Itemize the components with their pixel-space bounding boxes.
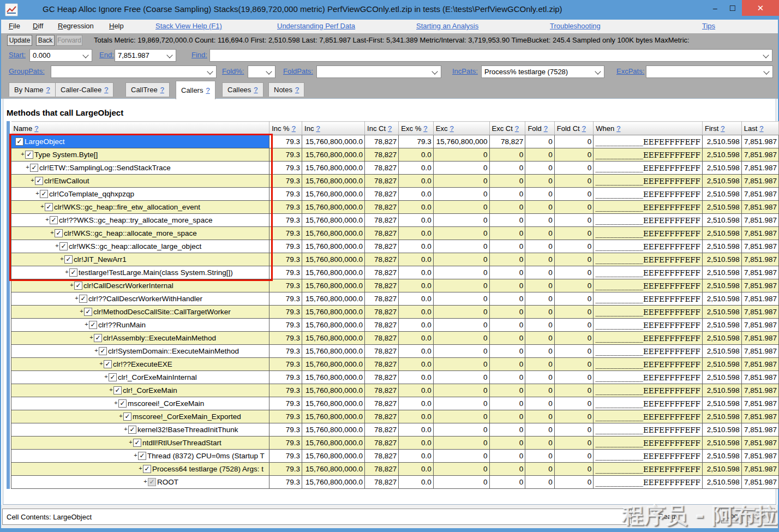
cell-fold-ct[interactable]: 0 bbox=[554, 201, 593, 214]
table-row[interactable]: +✓clr!WKS::gc_heap::allocate_large_objec… bbox=[11, 240, 779, 253]
cell-first[interactable]: 2,510.598 bbox=[703, 476, 742, 489]
row-checkbox[interactable]: ✓ bbox=[109, 373, 117, 381]
update-button[interactable]: Update bbox=[7, 35, 32, 46]
cell-exc-pct[interactable]: 0.0 bbox=[399, 384, 433, 397]
expand-icon[interactable]: + bbox=[74, 295, 79, 301]
cell-last[interactable]: 7,851.987 bbox=[741, 214, 778, 227]
cell-last[interactable]: 7,851.987 bbox=[741, 306, 778, 319]
cell-last[interactable]: 7,851.987 bbox=[741, 476, 778, 489]
cell-when-histogram[interactable]: _____________EEFEFFFFEFF bbox=[594, 371, 703, 384]
chevron-down-icon[interactable] bbox=[432, 68, 438, 74]
cell-first[interactable]: 2,510.598 bbox=[703, 162, 742, 175]
cell-first[interactable]: 2,510.598 bbox=[703, 397, 742, 410]
table-row[interactable]: +✓clr!??ExecuteEXE79.315,760,800,000.078… bbox=[11, 358, 779, 371]
cell-when-histogram[interactable]: _____________EEFEFFFFEFF bbox=[594, 332, 703, 345]
expand-icon[interactable]: + bbox=[40, 203, 45, 210]
cell-inc-ct[interactable]: 78,827 bbox=[365, 227, 399, 240]
cell-inc-pct[interactable]: 79.3 bbox=[269, 345, 302, 358]
cell-exc[interactable]: 0 bbox=[433, 279, 489, 292]
cell-name[interactable]: +✓ntdll!RtlUserThreadStart bbox=[11, 437, 269, 450]
cell-inc-pct[interactable]: 79.3 bbox=[269, 175, 302, 188]
table-row[interactable]: +✓clr!CoTemplate_qqhxpzqp79.315,760,800,… bbox=[11, 188, 779, 201]
find-input[interactable] bbox=[209, 49, 772, 62]
cell-exc[interactable]: 0 bbox=[433, 384, 489, 397]
cell-when-histogram[interactable]: _____________EEFEFFFFEFF bbox=[594, 410, 703, 423]
cell-inc[interactable]: 15,760,800,000.0 bbox=[302, 410, 365, 423]
menu-help-link[interactable]: Tips bbox=[702, 22, 715, 30]
row-checkbox[interactable]: ✓ bbox=[40, 190, 48, 198]
table-row[interactable]: +✓clr!SystemDomain::ExecuteMainMethod79.… bbox=[11, 345, 779, 358]
cell-inc-ct[interactable]: 78,827 bbox=[365, 253, 399, 266]
cell-exc[interactable]: 0 bbox=[433, 292, 489, 306]
expand-icon[interactable]: + bbox=[109, 386, 113, 393]
menu-help-link[interactable]: Understanding Perf Data bbox=[277, 22, 355, 30]
cell-inc-pct[interactable]: 79.3 bbox=[269, 319, 302, 332]
column-header-first[interactable]: First? bbox=[703, 122, 742, 135]
expand-icon[interactable]: + bbox=[143, 478, 148, 485]
cell-when-histogram[interactable]: _____________EEFEFFFFEFF bbox=[594, 162, 703, 175]
cell-name[interactable]: +✓clr!ETW::SamplingLog::SendStackTrace bbox=[11, 162, 269, 175]
cell-inc-ct[interactable]: 78,827 bbox=[365, 148, 399, 162]
cell-fold[interactable]: 0 bbox=[525, 476, 554, 489]
cell-inc[interactable]: 15,760,800,000.0 bbox=[302, 214, 365, 227]
cell-inc-ct[interactable]: 78,827 bbox=[365, 437, 399, 450]
end-input[interactable]: 7,851.987 bbox=[115, 49, 176, 62]
menu-help-link[interactable]: Troubleshooting bbox=[550, 22, 601, 30]
menu-item-file[interactable]: File bbox=[9, 22, 20, 30]
table-row[interactable]: ✓LargeObject79.315,760,800,000.078,82779… bbox=[11, 135, 779, 148]
cell-last[interactable]: 7,851.987 bbox=[741, 437, 778, 450]
cell-exc-ct[interactable]: 0 bbox=[489, 450, 525, 463]
row-checkbox[interactable]: ✓ bbox=[133, 439, 141, 447]
cell-exc-ct[interactable]: 0 bbox=[489, 292, 525, 306]
cell-name[interactable]: +✓clr!SystemDomain::ExecuteMainMethod bbox=[11, 345, 269, 358]
incpats-link[interactable]: IncPats: bbox=[452, 67, 478, 75]
cell-inc-pct[interactable]: 79.3 bbox=[269, 306, 302, 319]
cell-name[interactable]: +✓clr!_CorExeMainInternal bbox=[11, 371, 269, 384]
cell-inc-ct[interactable]: 78,827 bbox=[365, 345, 399, 358]
cell-fold[interactable]: 0 bbox=[525, 332, 554, 345]
cell-last[interactable]: 7,851.987 bbox=[741, 148, 778, 162]
cell-inc-pct[interactable]: 79.3 bbox=[269, 410, 302, 423]
cell-exc[interactable]: 0 bbox=[433, 450, 489, 463]
cell-name[interactable]: +✓Thread (8372) CPU=0ms (Startup T bbox=[11, 450, 269, 463]
back-button[interactable]: Back bbox=[36, 35, 55, 46]
cell-inc-ct[interactable]: 78,827 bbox=[365, 332, 399, 345]
cell-when-histogram[interactable]: _____________EEFEFFFFEFF bbox=[594, 450, 703, 463]
cell-inc-ct[interactable]: 78,827 bbox=[365, 476, 399, 489]
column-header-inc-ct[interactable]: Inc Ct? bbox=[365, 122, 399, 135]
column-help-link[interactable]: ? bbox=[450, 124, 454, 133]
chevron-down-icon[interactable] bbox=[207, 68, 213, 74]
cell-first[interactable]: 2,510.598 bbox=[703, 437, 742, 450]
cell-exc-ct[interactable]: 0 bbox=[489, 371, 525, 384]
cell-when-histogram[interactable]: _____________EEFEFFFFEFF bbox=[594, 135, 703, 148]
cell-name[interactable]: +✓clr!??ExecuteEXE bbox=[11, 358, 269, 371]
cell-exc-ct[interactable]: 0 bbox=[489, 410, 525, 423]
cell-fold[interactable]: 0 bbox=[525, 240, 554, 253]
cell-exc-ct[interactable]: 0 bbox=[489, 227, 525, 240]
cell-exc-ct[interactable]: 0 bbox=[489, 266, 525, 279]
expand-icon[interactable]: + bbox=[25, 164, 30, 170]
row-checkbox[interactable]: ✓ bbox=[148, 478, 156, 486]
chevron-down-icon[interactable] bbox=[266, 68, 272, 74]
cell-last[interactable]: 7,851.987 bbox=[741, 240, 778, 253]
table-row[interactable]: +✓clr!Assembly::ExecuteMainMethod79.315,… bbox=[11, 332, 779, 345]
table-row[interactable]: +✓clr!WKS::gc_heap::allocate_more_space7… bbox=[11, 227, 779, 240]
cell-name[interactable]: ✓LargeObject bbox=[11, 135, 269, 148]
expand-icon[interactable]: + bbox=[69, 282, 74, 288]
cell-last[interactable]: 7,851.987 bbox=[741, 410, 778, 423]
cell-exc-pct[interactable]: 0.0 bbox=[399, 214, 433, 227]
cell-first[interactable]: 2,510.598 bbox=[703, 292, 742, 306]
row-checkbox[interactable]: ✓ bbox=[50, 216, 58, 224]
menu-item-help[interactable]: Help bbox=[109, 22, 124, 30]
cell-inc-ct[interactable]: 78,827 bbox=[365, 384, 399, 397]
grouppats-input[interactable] bbox=[51, 65, 217, 78]
cell-inc[interactable]: 15,760,800,000.0 bbox=[302, 371, 365, 384]
cell-fold-ct[interactable]: 0 bbox=[554, 306, 593, 319]
cell-exc-ct[interactable]: 0 bbox=[489, 319, 525, 332]
cell-exc-ct[interactable]: 0 bbox=[489, 345, 525, 358]
cell-name[interactable]: +✓ROOT bbox=[11, 476, 269, 489]
cell-inc[interactable]: 15,760,800,000.0 bbox=[302, 463, 365, 476]
tab-callers[interactable]: Callers? bbox=[176, 81, 215, 99]
cell-name[interactable]: +✓mscoreei!_CorExeMain bbox=[11, 397, 269, 410]
cell-name[interactable]: +✓clr!??RunMain bbox=[11, 319, 269, 332]
